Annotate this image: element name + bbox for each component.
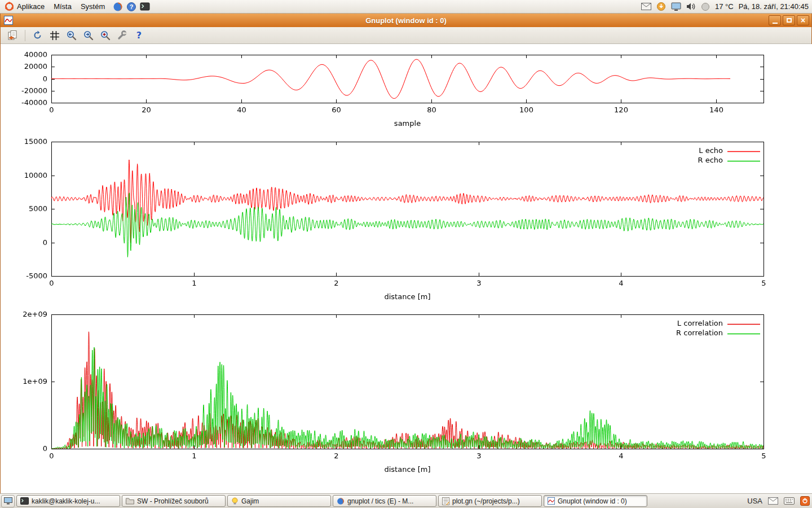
titlebar[interactable]: Gnuplot (window id : 0) × <box>1 14 811 27</box>
close-button[interactable]: × <box>797 15 809 25</box>
gajim-icon <box>231 497 239 505</box>
menu-places-label: Místa <box>54 2 72 11</box>
terminal-icon <box>20 497 29 505</box>
window-icon <box>4 16 13 25</box>
taskbar-tray: USA <box>747 496 812 506</box>
autoscale-button[interactable] <box>98 28 113 42</box>
display-tray-icon[interactable] <box>671 2 681 11</box>
help-button[interactable]: ? <box>131 28 147 42</box>
taskbar-item-label: Gajim <box>241 497 259 505</box>
clock[interactable]: Pá, 18. září, 21:40:45 <box>739 2 809 11</box>
taskbar-item-gajim[interactable]: Gajim <box>227 495 331 507</box>
gnuplot-window: Gnuplot (window id : 0) × <box>0 14 812 493</box>
copy-icon <box>7 30 18 41</box>
session-tray-icon[interactable] <box>800 496 810 506</box>
panel-launchers: ? <box>113 2 150 12</box>
taskbar-item-editor[interactable]: plot.gn (~/projects/p...) <box>438 495 542 507</box>
taskbar-item-label: plot.gn (~/projects/p...) <box>452 497 520 505</box>
taskbar-item-terminal[interactable]: kaklik@kaklik-kolej-u... <box>16 495 120 507</box>
volume-tray-icon[interactable] <box>686 2 696 11</box>
taskbar-item-label: Gnuplot (window id : 0) <box>558 497 627 505</box>
menu-system[interactable]: Systém <box>76 0 109 14</box>
keyboard-layout-indicator[interactable]: USA <box>747 497 762 505</box>
gnuplot-icon <box>548 497 555 505</box>
autoscale-icon <box>100 30 111 41</box>
svg-text:?: ? <box>130 3 134 10</box>
taskbar: kaklik@kaklik-kolej-u... SW - Prohlížeč … <box>0 493 812 508</box>
replot-button[interactable] <box>30 28 45 42</box>
update-tray-icon[interactable] <box>656 2 666 11</box>
maximize-button[interactable] <box>783 15 795 25</box>
top-panel: Aplikace Místa Systém ? <box>0 0 812 14</box>
firefox-icon <box>337 497 345 505</box>
toolbar: ? <box>1 27 811 44</box>
toggle-grid-button[interactable] <box>47 28 62 42</box>
help-launcher-icon[interactable]: ? <box>126 2 136 12</box>
text-editor-icon <box>442 497 449 505</box>
menu-system-label: Systém <box>81 2 105 11</box>
grid-icon <box>50 30 60 41</box>
zoom-next-button[interactable] <box>81 28 96 42</box>
desktop-icon <box>4 497 12 505</box>
menu-applications[interactable]: Aplikace <box>0 0 49 14</box>
window-title: Gnuplot (window id : 0) <box>1 16 811 25</box>
replot-icon <box>32 30 43 41</box>
wrench-icon <box>117 30 127 41</box>
menu-applications-label: Aplikace <box>17 2 45 11</box>
taskbar-item-gnuplot[interactable]: Gnuplot (window id : 0) <box>544 495 647 507</box>
ubuntu-logo-icon <box>5 2 14 11</box>
show-desktop-button[interactable] <box>1 495 15 507</box>
folder-icon <box>126 498 134 505</box>
zoom-previous-icon <box>66 30 77 41</box>
zoom-next-icon <box>83 30 94 41</box>
plot-canvas[interactable] <box>1 44 812 493</box>
taskbar-item-label: gnuplot / tics (E) - M... <box>347 497 413 505</box>
zoom-previous-button[interactable] <box>64 28 79 42</box>
panel-tray: 17 °C Pá, 18. září, 21:40:45 <box>641 2 812 11</box>
svg-text:?: ? <box>136 30 142 41</box>
terminal-launcher-icon[interactable] <box>140 2 150 12</box>
temperature[interactable]: 17 °C <box>715 2 734 11</box>
export-plot-button[interactable] <box>5 28 20 42</box>
taskbar-item-label: SW - Prohlížeč souborů <box>137 497 209 505</box>
plot-area <box>1 44 812 493</box>
desktop: Aplikace Místa Systém ? <box>0 0 812 508</box>
toolbar-separator <box>25 30 25 41</box>
minimize-button[interactable] <box>769 15 781 25</box>
settings-button[interactable] <box>114 28 130 42</box>
firefox-launcher-icon[interactable] <box>113 2 123 12</box>
menu-places[interactable]: Místa <box>49 0 76 14</box>
mail-tray-icon[interactable] <box>641 3 651 10</box>
help-icon: ? <box>134 30 144 41</box>
weather-icon[interactable] <box>701 2 710 11</box>
mail-tray-icon[interactable] <box>768 497 778 505</box>
taskbar-item-label: kaklik@kaklik-kolej-u... <box>32 497 100 505</box>
keyboard-tray-icon[interactable] <box>784 497 795 505</box>
taskbar-item-file-browser[interactable]: SW - Prohlížeč souborů <box>122 495 226 507</box>
taskbar-item-firefox[interactable]: gnuplot / tics (E) - M... <box>333 495 436 507</box>
